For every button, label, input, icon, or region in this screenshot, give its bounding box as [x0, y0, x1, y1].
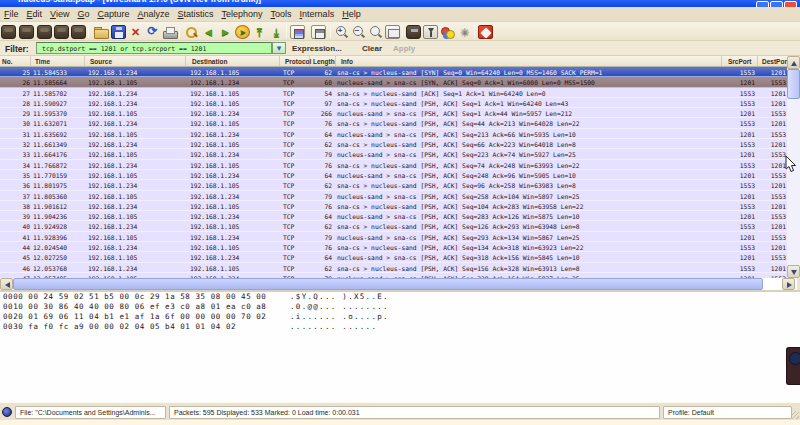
- scroll-left-button[interactable]: [0, 278, 13, 290]
- packet-row-33[interactable]: 3311.664176192.168.1.105192.168.1.234TCP…: [0, 149, 787, 159]
- column-header-srcport[interactable]: SrcPort: [722, 56, 758, 66]
- expression-button[interactable]: Expression...: [292, 44, 342, 53]
- packet-row-34[interactable]: 3411.766872192.168.1.234192.168.1.105TCP…: [0, 160, 787, 170]
- column-header-destination[interactable]: Destination: [186, 56, 280, 66]
- packet-row-31[interactable]: 3111.635692192.168.1.105192.168.1.234TCP…: [0, 129, 787, 139]
- column-header-source[interactable]: Source: [85, 56, 186, 66]
- packet-row-38[interactable]: 3811.901612192.168.1.234192.168.1.105TCP…: [0, 201, 787, 211]
- filter-dropdown-button[interactable]: [272, 42, 286, 54]
- capture-restart-icon[interactable]: [71, 25, 86, 39]
- hex-line-0020[interactable]: 0020 01 69 06 11 04 b1 e1 af 1a 6f 00 00…: [0, 312, 800, 322]
- packet-row-41[interactable]: 4111.928396192.168.1.105192.168.1.234TCP…: [0, 232, 787, 242]
- hex-view-pane[interactable]: 0000 00 24 59 02 51 b5 00 0c 29 1a 58 35…: [0, 292, 800, 402]
- reload-icon[interactable]: [145, 25, 160, 39]
- menu-tools[interactable]: Tools: [267, 9, 296, 19]
- menu-internals[interactable]: Internals: [296, 9, 339, 19]
- go-to-bottom-icon[interactable]: [269, 25, 284, 39]
- menu-file[interactable]: File: [0, 9, 23, 19]
- expert-info-icon[interactable]: [2, 407, 12, 417]
- zoom-out-icon[interactable]: −: [351, 25, 366, 39]
- cell-proto: TCP: [283, 78, 294, 87]
- hex-line-0030[interactable]: 0030 fa f0 fc a9 00 00 02 04 05 b4 01 01…: [0, 322, 800, 332]
- cell-no: 41: [0, 233, 30, 242]
- packet-row-27[interactable]: 2711.585702192.168.1.234192.168.1.105TCP…: [0, 88, 787, 98]
- print-icon[interactable]: [162, 25, 177, 39]
- scroll-up-button[interactable]: [787, 56, 800, 69]
- display-filter-icon[interactable]: [423, 25, 438, 39]
- cell-dst: 192.168.1.234: [190, 78, 239, 87]
- cell-proto: TCP: [283, 119, 294, 128]
- cell-dst: 192.168.1.105: [190, 181, 239, 190]
- hscroll-thumb[interactable]: [13, 278, 763, 290]
- zoom-in-icon[interactable]: +: [334, 25, 349, 39]
- menu-statistics[interactable]: Statistics: [174, 9, 218, 19]
- capture-filter-icon[interactable]: [406, 25, 421, 39]
- packet-row-29[interactable]: 2911.595370192.168.1.105192.168.1.234TCP…: [0, 108, 787, 118]
- column-header-length[interactable]: Length: [310, 56, 336, 66]
- resize-columns-icon[interactable]: [385, 25, 400, 39]
- packet-row-30[interactable]: 3011.632071192.168.1.234192.168.1.105TCP…: [0, 118, 787, 128]
- packet-list[interactable]: 2511.584533192.168.1.234192.168.1.105TCP…: [0, 67, 787, 278]
- capture-start-icon[interactable]: [37, 25, 52, 39]
- close-file-icon[interactable]: [128, 25, 143, 39]
- cell-dport: 1553: [749, 274, 786, 278]
- resize-grip[interactable]: [791, 411, 799, 419]
- preferences-icon[interactable]: [457, 25, 472, 39]
- title-bar[interactable]: nucleus-sand.pcap - [Wireshark 1.7.0 (SV…: [0, 0, 800, 7]
- find-packet-icon[interactable]: [184, 25, 199, 39]
- packet-row-39[interactable]: 3911.904236192.168.1.105192.168.1.234TCP…: [0, 211, 787, 221]
- packet-row-45[interactable]: 4512.027250192.168.1.105192.168.1.234TCP…: [0, 252, 787, 262]
- go-to-top-icon[interactable]: [252, 25, 267, 39]
- column-header-no[interactable]: No.: [0, 56, 31, 66]
- menu-edit[interactable]: Edit: [23, 9, 47, 19]
- open-file-icon[interactable]: [93, 25, 108, 39]
- packet-row-35[interactable]: 3511.770159192.168.1.105192.168.1.234TCP…: [0, 170, 787, 180]
- go-back-icon[interactable]: [201, 25, 216, 39]
- cell-info: sna-cs > nucleus-sand [PSH, ACK] Seq=74 …: [337, 161, 580, 170]
- autoscroll-toggle-icon[interactable]: [311, 25, 326, 39]
- save-file-icon[interactable]: [111, 25, 126, 39]
- packet-row-46[interactable]: 4612.053768192.168.1.234192.168.1.105TCP…: [0, 263, 787, 273]
- list-interfaces-icon[interactable]: [1, 25, 16, 39]
- menu-telephony[interactable]: Telephony: [218, 9, 267, 19]
- coloring-rules-icon[interactable]: [440, 25, 455, 39]
- clear-button[interactable]: Clear: [362, 44, 382, 53]
- help-icon[interactable]: [478, 25, 493, 39]
- cell-src: 192.168.1.234: [88, 181, 137, 190]
- capture-stop-icon[interactable]: [54, 25, 69, 39]
- packet-row-47[interactable]: 4712.057405192.168.1.105192.168.1.234TCP…: [0, 273, 787, 278]
- go-forward-icon[interactable]: [218, 25, 233, 39]
- packet-row-28[interactable]: 2811.590927192.168.1.234192.168.1.105TCP…: [0, 98, 787, 108]
- scroll-down-button[interactable]: [787, 265, 800, 278]
- menu-capture[interactable]: Capture: [93, 9, 133, 19]
- vscroll-thumb[interactable]: [787, 69, 800, 99]
- go-to-packet-icon[interactable]: [235, 25, 250, 39]
- packet-row-25[interactable]: 2511.584533192.168.1.234192.168.1.105TCP…: [0, 67, 787, 77]
- colorize-toggle-icon[interactable]: [290, 25, 305, 39]
- column-header-time[interactable]: Time: [31, 56, 85, 66]
- packet-row-32[interactable]: 3211.661349192.168.1.234192.168.1.105TCP…: [0, 139, 787, 149]
- apply-button[interactable]: Apply: [393, 44, 415, 53]
- hex-line-0000[interactable]: 0000 00 24 59 02 51 b5 00 0c 29 1a 58 35…: [0, 292, 800, 302]
- scroll-right-button[interactable]: [782, 278, 795, 290]
- cell-len: 79: [300, 192, 332, 201]
- menu-view[interactable]: View: [46, 9, 73, 19]
- packet-row-40[interactable]: 4011.924928192.168.1.234192.168.1.105TCP…: [0, 221, 787, 231]
- packet-row-37[interactable]: 3711.805360192.168.1.105192.168.1.234TCP…: [0, 191, 787, 201]
- menu-analyze[interactable]: Analyze: [133, 9, 173, 19]
- cell-time: 12.053768: [33, 264, 67, 273]
- capture-options-icon[interactable]: [19, 25, 34, 39]
- menu-go[interactable]: Go: [73, 9, 93, 19]
- packet-row-26[interactable]: 2611.585664192.168.1.105192.168.1.234TCP…: [0, 77, 787, 87]
- cell-dst: 192.168.1.234: [190, 171, 239, 180]
- column-header-protocol[interactable]: Protocol: [280, 56, 310, 66]
- zoom-100-icon[interactable]: [368, 25, 383, 39]
- menu-help[interactable]: Help: [338, 9, 365, 19]
- packet-row-36[interactable]: 3611.801975192.168.1.234192.168.1.105TCP…: [0, 180, 787, 190]
- cell-dport: 1201: [749, 202, 786, 211]
- horizontal-scrollbar[interactable]: [0, 278, 797, 290]
- hex-line-0010[interactable]: 0010 00 30 86 40 40 00 80 06 ef e3 c0 a8…: [0, 302, 800, 312]
- column-header-info[interactable]: Info: [336, 56, 722, 66]
- filter-input[interactable]: tcp.dstport == 1201 or tcp.srcport == 12…: [36, 42, 272, 54]
- packet-row-44[interactable]: 4412.024540192.168.1.234192.168.1.105TCP…: [0, 242, 787, 252]
